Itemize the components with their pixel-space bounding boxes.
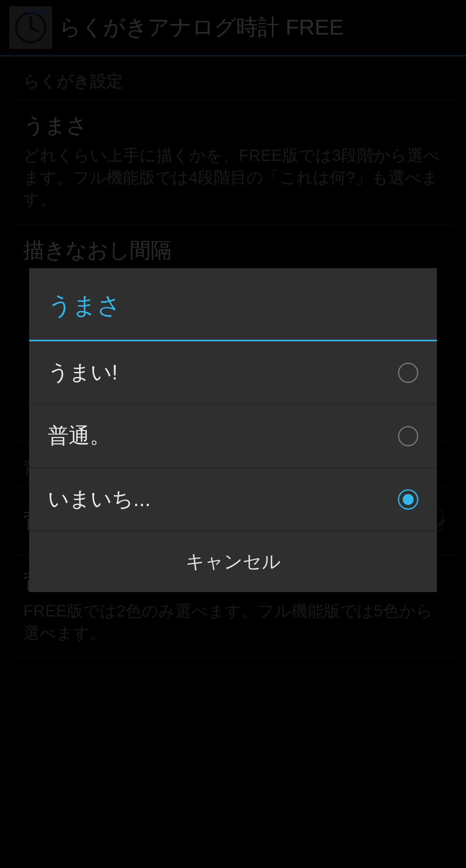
radio-icon <box>398 489 418 510</box>
radio-icon <box>398 363 418 383</box>
radio-label: 普通。 <box>48 422 111 450</box>
radio-label: うまい! <box>48 358 118 387</box>
dialog-title: うまさ <box>29 268 437 341</box>
radio-option-1[interactable]: 普通。 <box>29 405 437 468</box>
radio-option-0[interactable]: うまい! <box>29 341 437 405</box>
radio-icon <box>398 426 418 446</box>
dialog-umasa: うまさ うまい! 普通。 いまいち... キャンセル <box>29 268 437 592</box>
modal-scrim[interactable]: うまさ うまい! 普通。 いまいち... キャンセル <box>0 0 466 868</box>
radio-label: いまいち... <box>48 485 151 513</box>
radio-option-2[interactable]: いまいち... <box>29 468 437 531</box>
cancel-button[interactable]: キャンセル <box>29 531 437 592</box>
